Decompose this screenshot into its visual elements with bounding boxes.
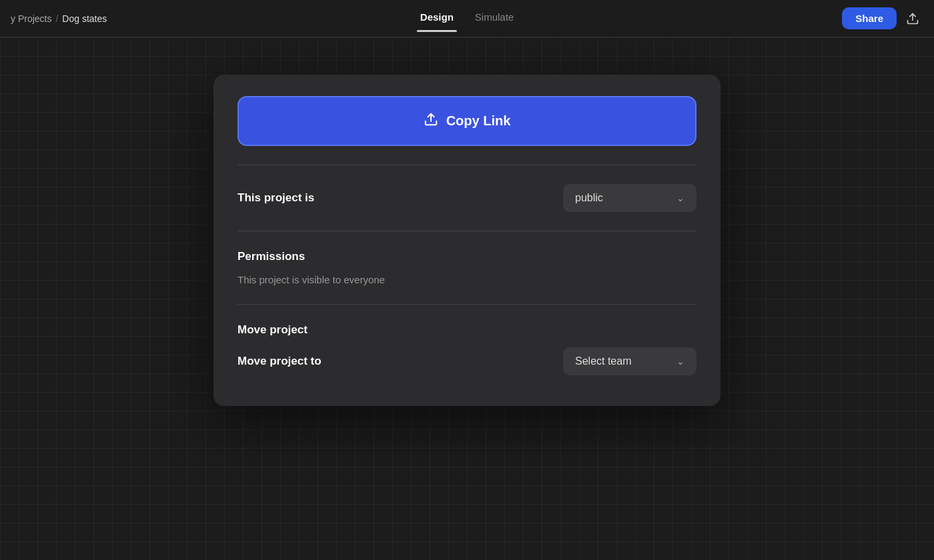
select-team-value: Select team bbox=[575, 355, 631, 367]
permissions-description: This project is visible to everyone bbox=[238, 274, 696, 285]
copy-link-icon bbox=[424, 112, 438, 130]
chevron-down-icon: ⌄ bbox=[676, 193, 684, 203]
share-modal: Copy Link This project is public ⌄ Permi… bbox=[213, 75, 721, 406]
permissions-section: Permissions This project is visible to e… bbox=[238, 250, 696, 285]
move-project-section: Move project Move project to Select team… bbox=[238, 323, 696, 375]
divider-3 bbox=[238, 304, 696, 305]
project-visibility-row: This project is public ⌄ bbox=[238, 184, 696, 212]
modal-overlay: Copy Link This project is public ⌄ Permi… bbox=[0, 0, 934, 560]
move-project-to-label: Move project to bbox=[238, 355, 322, 368]
visibility-dropdown[interactable]: public ⌄ bbox=[563, 184, 696, 212]
chevron-down-icon-2: ⌄ bbox=[676, 356, 684, 367]
copy-link-button[interactable]: Copy Link bbox=[238, 96, 696, 146]
permissions-title: Permissions bbox=[238, 250, 696, 263]
divider-1 bbox=[238, 165, 696, 165]
copy-link-label: Copy Link bbox=[446, 113, 511, 129]
move-project-title: Move project bbox=[238, 323, 696, 337]
visibility-value: public bbox=[575, 192, 603, 204]
select-team-dropdown[interactable]: Select team ⌄ bbox=[563, 347, 696, 375]
project-is-label: This project is bbox=[238, 191, 314, 205]
divider-2 bbox=[238, 231, 696, 231]
move-project-row: Move project to Select team ⌄ bbox=[238, 347, 696, 375]
